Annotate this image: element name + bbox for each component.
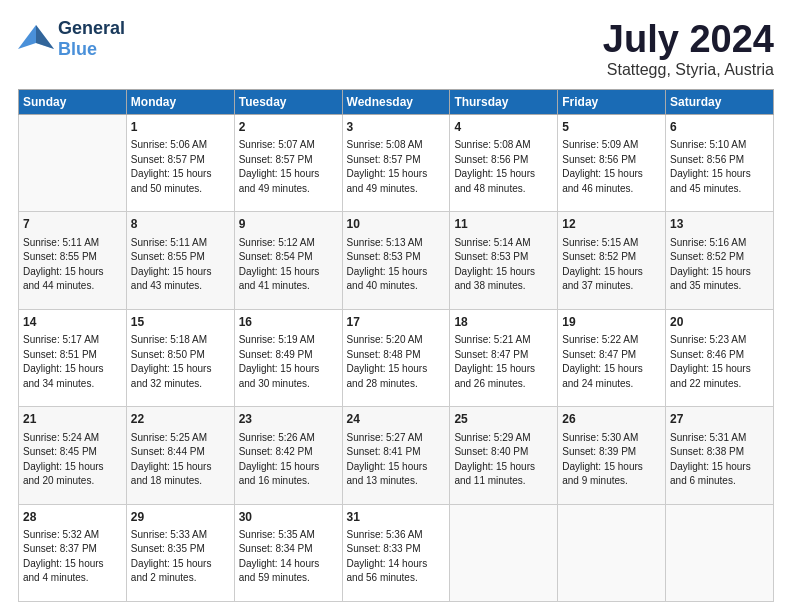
day-info-line: and 46 minutes.	[562, 183, 633, 194]
calendar-cell: 14Sunrise: 5:17 AMSunset: 8:51 PMDayligh…	[19, 309, 127, 406]
day-info-line: Sunrise: 5:08 AM	[347, 139, 423, 150]
day-info-line: Sunset: 8:52 PM	[562, 251, 636, 262]
day-info-line: Daylight: 15 hours	[131, 168, 212, 179]
calendar-header-row: SundayMondayTuesdayWednesdayThursdayFrid…	[19, 90, 774, 115]
calendar-header-thursday: Thursday	[450, 90, 558, 115]
day-info-line: Daylight: 15 hours	[239, 266, 320, 277]
day-info-line: Daylight: 14 hours	[347, 558, 428, 569]
day-info-line: Sunrise: 5:11 AM	[23, 237, 99, 248]
day-info-line: Sunrise: 5:23 AM	[670, 334, 746, 345]
day-info-line: Sunrise: 5:13 AM	[347, 237, 423, 248]
calendar-cell: 9Sunrise: 5:12 AMSunset: 8:54 PMDaylight…	[234, 212, 342, 309]
day-info-line: and 45 minutes.	[670, 183, 741, 194]
day-info-line: Daylight: 15 hours	[454, 168, 535, 179]
day-number: 8	[131, 216, 230, 233]
day-number: 11	[454, 216, 553, 233]
calendar-cell: 12Sunrise: 5:15 AMSunset: 8:52 PMDayligh…	[558, 212, 666, 309]
calendar-cell	[450, 504, 558, 601]
day-number: 27	[670, 411, 769, 428]
day-info-line: and 22 minutes.	[670, 378, 741, 389]
day-number: 2	[239, 119, 338, 136]
day-info-line: Sunset: 8:46 PM	[670, 349, 744, 360]
subtitle: Stattegg, Styria, Austria	[603, 61, 774, 79]
calendar-cell: 13Sunrise: 5:16 AMSunset: 8:52 PMDayligh…	[666, 212, 774, 309]
day-info-line: Sunset: 8:34 PM	[239, 543, 313, 554]
day-number: 17	[347, 314, 446, 331]
day-info-line: Sunrise: 5:18 AM	[131, 334, 207, 345]
day-info-line: Sunrise: 5:26 AM	[239, 432, 315, 443]
calendar-cell	[666, 504, 774, 601]
day-info-line: and 24 minutes.	[562, 378, 633, 389]
day-info-line: Sunrise: 5:25 AM	[131, 432, 207, 443]
day-info-line: Sunset: 8:49 PM	[239, 349, 313, 360]
calendar-cell	[558, 504, 666, 601]
day-info-line: and 35 minutes.	[670, 280, 741, 291]
day-info-line: Daylight: 15 hours	[23, 461, 104, 472]
day-number: 13	[670, 216, 769, 233]
day-number: 18	[454, 314, 553, 331]
day-info-line: Sunrise: 5:14 AM	[454, 237, 530, 248]
calendar-cell: 22Sunrise: 5:25 AMSunset: 8:44 PMDayligh…	[126, 407, 234, 504]
day-info-line: Sunset: 8:47 PM	[562, 349, 636, 360]
day-info-line: Sunset: 8:55 PM	[131, 251, 205, 262]
day-info-line: and 34 minutes.	[23, 378, 94, 389]
day-info-line: Sunset: 8:57 PM	[239, 154, 313, 165]
day-info-line: Sunset: 8:52 PM	[670, 251, 744, 262]
day-info-line: and 4 minutes.	[23, 572, 89, 583]
calendar-cell: 23Sunrise: 5:26 AMSunset: 8:42 PMDayligh…	[234, 407, 342, 504]
day-info-line: Sunset: 8:42 PM	[239, 446, 313, 457]
day-info-line: and 59 minutes.	[239, 572, 310, 583]
calendar-week-row: 1Sunrise: 5:06 AMSunset: 8:57 PMDaylight…	[19, 115, 774, 212]
day-info-line: Sunrise: 5:09 AM	[562, 139, 638, 150]
day-info-line: Daylight: 15 hours	[131, 558, 212, 569]
main-title: July 2024	[603, 18, 774, 61]
day-info-line: and 49 minutes.	[239, 183, 310, 194]
day-info-line: Sunrise: 5:12 AM	[239, 237, 315, 248]
day-info-line: Daylight: 15 hours	[670, 168, 751, 179]
header: General Blue July 2024 Stattegg, Styria,…	[18, 18, 774, 79]
day-number: 9	[239, 216, 338, 233]
day-info-line: Sunset: 8:44 PM	[131, 446, 205, 457]
day-number: 28	[23, 509, 122, 526]
day-number: 12	[562, 216, 661, 233]
calendar-header-saturday: Saturday	[666, 90, 774, 115]
day-number: 1	[131, 119, 230, 136]
day-number: 30	[239, 509, 338, 526]
day-number: 16	[239, 314, 338, 331]
logo: General Blue	[18, 18, 125, 60]
day-info-line: and 16 minutes.	[239, 475, 310, 486]
calendar-cell: 21Sunrise: 5:24 AMSunset: 8:45 PMDayligh…	[19, 407, 127, 504]
day-number: 26	[562, 411, 661, 428]
day-info-line: Daylight: 15 hours	[347, 461, 428, 472]
logo-text: General Blue	[58, 18, 125, 60]
day-info-line: Sunrise: 5:27 AM	[347, 432, 423, 443]
calendar-header-tuesday: Tuesday	[234, 90, 342, 115]
calendar-header-sunday: Sunday	[19, 90, 127, 115]
day-info-line: and 30 minutes.	[239, 378, 310, 389]
day-info-line: and 9 minutes.	[562, 475, 628, 486]
day-info-line: and 56 minutes.	[347, 572, 418, 583]
calendar-cell: 7Sunrise: 5:11 AMSunset: 8:55 PMDaylight…	[19, 212, 127, 309]
day-info-line: Sunset: 8:48 PM	[347, 349, 421, 360]
calendar-week-row: 28Sunrise: 5:32 AMSunset: 8:37 PMDayligh…	[19, 504, 774, 601]
day-info-line: Daylight: 15 hours	[239, 461, 320, 472]
day-info-line: Sunset: 8:38 PM	[670, 446, 744, 457]
calendar-cell: 16Sunrise: 5:19 AMSunset: 8:49 PMDayligh…	[234, 309, 342, 406]
day-info-line: Daylight: 15 hours	[670, 363, 751, 374]
day-info-line: and 43 minutes.	[131, 280, 202, 291]
day-info-line: Sunrise: 5:20 AM	[347, 334, 423, 345]
calendar-cell: 3Sunrise: 5:08 AMSunset: 8:57 PMDaylight…	[342, 115, 450, 212]
day-info-line: Sunset: 8:54 PM	[239, 251, 313, 262]
calendar-cell: 18Sunrise: 5:21 AMSunset: 8:47 PMDayligh…	[450, 309, 558, 406]
day-number: 29	[131, 509, 230, 526]
day-info-line: Daylight: 15 hours	[239, 168, 320, 179]
day-number: 15	[131, 314, 230, 331]
day-number: 14	[23, 314, 122, 331]
day-info-line: and 49 minutes.	[347, 183, 418, 194]
day-info-line: Sunset: 8:57 PM	[131, 154, 205, 165]
day-info-line: Daylight: 15 hours	[131, 266, 212, 277]
day-info-line: and 37 minutes.	[562, 280, 633, 291]
calendar-cell: 28Sunrise: 5:32 AMSunset: 8:37 PMDayligh…	[19, 504, 127, 601]
day-info-line: Sunset: 8:53 PM	[347, 251, 421, 262]
calendar-week-row: 21Sunrise: 5:24 AMSunset: 8:45 PMDayligh…	[19, 407, 774, 504]
